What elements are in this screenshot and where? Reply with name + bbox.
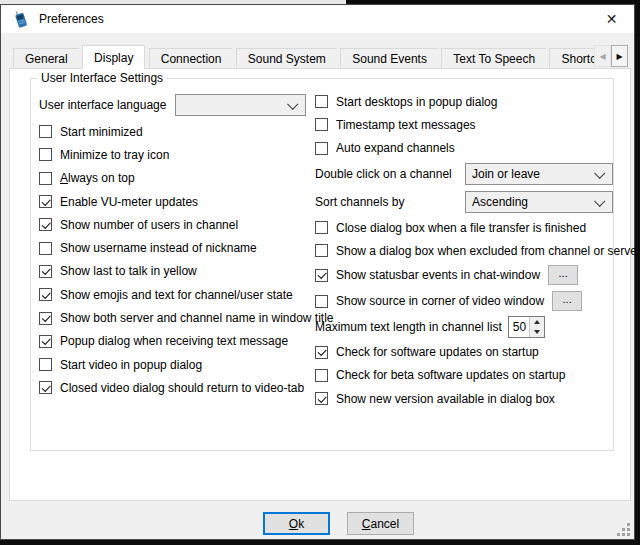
checkbox[interactable] — [39, 265, 52, 278]
checkbox-auto-expand[interactable]: Auto expand channels — [315, 137, 611, 160]
checkbox-video-popup[interactable]: Start video in popup dialog — [39, 353, 311, 376]
checkbox-start-minimized[interactable]: Start minimized — [39, 120, 311, 143]
tab-connection[interactable]: Connection — [149, 48, 233, 69]
preferences-dialog: Preferences ✕ General Display Connection… — [0, 4, 635, 540]
checkbox[interactable] — [39, 335, 52, 348]
checkbox-popup-text-message[interactable]: Popup dialog when receiving text message — [39, 330, 311, 353]
checkbox-label: Auto expand channels — [336, 141, 455, 155]
checkbox-last-to-talk[interactable]: Show last to talk in yellow — [39, 260, 311, 283]
checkbox-desktops-popup[interactable]: Start desktops in popup dialog — [315, 90, 611, 113]
checkbox[interactable] — [39, 312, 52, 325]
tab-scroll-left-icon[interactable]: ◀ — [594, 45, 611, 67]
checkbox-check-updates[interactable]: Check for software updates on startup — [315, 340, 611, 363]
checkbox-label: Check for software updates on startup — [336, 345, 539, 359]
statusbar-events-options-button[interactable]: ... — [548, 265, 578, 285]
checkbox-show-user-count[interactable]: Show number of users in channel — [39, 213, 311, 236]
checkbox[interactable] — [315, 244, 328, 257]
chevron-down-icon — [287, 99, 298, 110]
sort-channels-row: Sort channels by Ascending — [315, 188, 611, 216]
checkbox[interactable] — [315, 346, 328, 359]
checkbox[interactable] — [39, 125, 52, 138]
checkbox-label: Show source in corner of video window — [336, 294, 544, 308]
checkbox[interactable] — [315, 118, 328, 131]
checkbox[interactable] — [39, 195, 52, 208]
spin-down-icon[interactable] — [530, 327, 544, 337]
spinbox-arrows — [529, 317, 544, 337]
double-click-combobox[interactable]: Join or leave — [465, 163, 613, 185]
checkbox-excluded-dialog[interactable]: Show a dialog box when excluded from cha… — [315, 239, 611, 262]
tab-bar: General Display Connection Sound System … — [13, 45, 601, 69]
checkbox-close-on-transfer[interactable]: Close dialog box when a file transfer is… — [315, 216, 611, 239]
resize-grip-icon[interactable] — [617, 523, 630, 536]
window-title: Preferences — [39, 12, 104, 26]
checkbox-label: Show a dialog box when excluded from cha… — [336, 244, 640, 258]
checkbox[interactable] — [315, 221, 328, 234]
titlebar[interactable]: Preferences ✕ — [1, 5, 634, 33]
checkbox-label: Start minimized — [60, 125, 143, 139]
ok-button[interactable]: Ok — [263, 512, 330, 535]
checkbox-closed-video-return[interactable]: Closed video dialog should return to vid… — [39, 376, 311, 399]
checkbox-label: Show new version available in dialog box — [336, 392, 555, 406]
checkbox[interactable] — [315, 392, 328, 405]
checkbox-label: Check for beta software updates on start… — [336, 368, 565, 382]
checkbox-label: Minimize to tray icon — [60, 148, 169, 162]
checkbox[interactable] — [39, 172, 52, 185]
checkbox-label: Start video in popup dialog — [60, 358, 202, 372]
cancel-button[interactable]: Cancel — [347, 512, 414, 535]
statusbar-events-row[interactable]: Show statusbar events in chat-window ... — [315, 262, 611, 288]
group-title: User Interface Settings — [37, 71, 167, 85]
checkbox[interactable] — [39, 218, 52, 231]
double-click-label: Double click on a channel — [315, 167, 465, 181]
checkbox[interactable] — [39, 288, 52, 301]
checkbox[interactable] — [315, 95, 328, 108]
checkbox-label: Show username instead of nickname — [60, 241, 257, 255]
tab-sound-events[interactable]: Sound Events — [340, 48, 438, 69]
checkbox-always-on-top[interactable]: Always on top — [39, 167, 311, 190]
sort-channels-combobox[interactable]: Ascending — [465, 191, 613, 213]
tab-display[interactable]: Display — [82, 45, 145, 69]
checkbox-label: Close dialog box when a file transfer is… — [336, 221, 586, 235]
double-click-row: Double click on a channel Join or leave — [315, 160, 611, 188]
checkbox[interactable] — [315, 142, 328, 155]
checkbox-server-channel-title[interactable]: Show both server and channel name in win… — [39, 306, 311, 329]
checkbox[interactable] — [315, 369, 328, 382]
video-source-options-button[interactable]: ... — [552, 291, 582, 311]
checkbox-check-beta-updates[interactable]: Check for beta software updates on start… — [315, 364, 611, 387]
left-column: User interface language Start minimized … — [39, 90, 311, 400]
checkbox[interactable] — [315, 295, 328, 308]
tab-scroll-right-icon[interactable]: ▶ — [611, 45, 628, 67]
checkbox-label: Show emojis and text for channel/user st… — [60, 288, 293, 302]
checkbox-label: Show statusbar events in chat-window — [336, 268, 540, 282]
max-text-length-spinbox[interactable]: 50 — [508, 316, 545, 338]
cancel-button-label: Cancel — [362, 517, 399, 531]
checkbox-timestamp-messages[interactable]: Timestamp text messages — [315, 113, 611, 136]
checkbox-emojis-text[interactable]: Show emojis and text for channel/user st… — [39, 283, 311, 306]
checkbox-label: Popup dialog when receiving text message — [60, 334, 288, 348]
checkbox[interactable] — [315, 269, 328, 282]
spin-up-icon[interactable] — [530, 317, 544, 327]
language-combobox[interactable] — [175, 94, 306, 116]
checkbox[interactable] — [39, 242, 52, 255]
checkbox-label: Show number of users in channel — [60, 218, 238, 232]
user-interface-settings-group: User Interface Settings User interface l… — [30, 78, 614, 451]
tab-sound-system[interactable]: Sound System — [236, 48, 337, 69]
max-text-length-row: Maximum text length in channel list 50 — [315, 314, 611, 340]
teamtalk-app-icon — [12, 10, 30, 28]
checkbox[interactable] — [39, 381, 52, 394]
chevron-down-icon — [594, 196, 605, 207]
checkbox-show-username[interactable]: Show username instead of nickname — [39, 236, 311, 259]
checkbox-vu-meter[interactable]: Enable VU-meter updates — [39, 190, 311, 213]
double-click-value: Join or leave — [472, 167, 540, 181]
checkbox-minimize-to-tray[interactable]: Minimize to tray icon — [39, 143, 311, 166]
checkbox-label: Start desktops in popup dialog — [336, 95, 497, 109]
checkbox[interactable] — [39, 358, 52, 371]
checkbox[interactable] — [39, 148, 52, 161]
checkbox-label: Timestamp text messages — [336, 118, 476, 132]
tab-scroll-buttons: ◀ ▶ — [594, 45, 628, 67]
chevron-down-icon — [594, 168, 605, 179]
video-source-row[interactable]: Show source in corner of video window ..… — [315, 288, 611, 314]
tab-general[interactable]: General — [13, 48, 79, 69]
tab-text-to-speech[interactable]: Text To Speech — [441, 48, 546, 69]
close-button[interactable]: ✕ — [589, 5, 634, 33]
checkbox-new-version-dialog[interactable]: Show new version available in dialog box — [315, 387, 611, 410]
